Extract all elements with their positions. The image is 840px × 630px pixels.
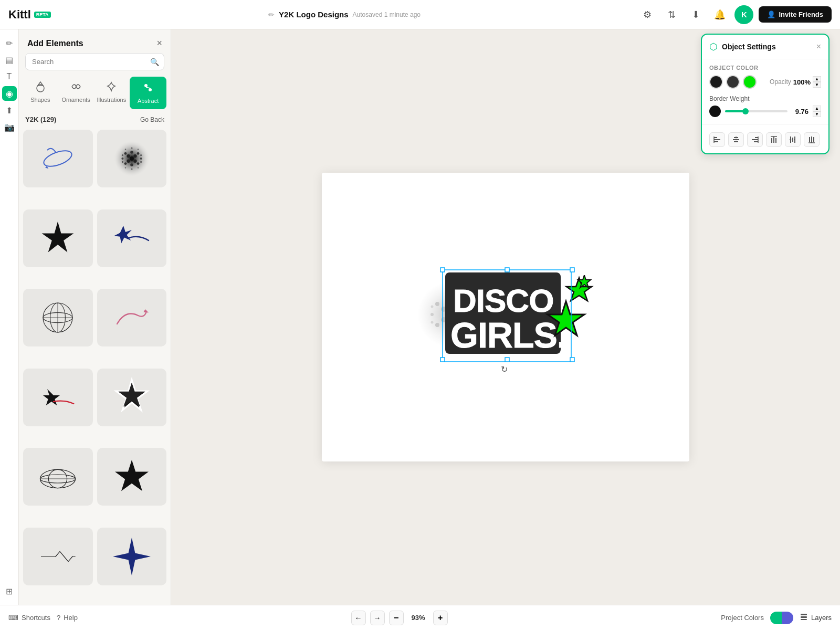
layers-button[interactable]: Layers: [800, 613, 832, 623]
sidebar-item-photos[interactable]: 📷: [2, 120, 17, 134]
svg-point-3: [149, 88, 152, 91]
svg-point-16: [124, 162, 127, 165]
svg-point-29: [138, 167, 139, 168]
color-swatch-green[interactable]: [743, 75, 757, 89]
search-input[interactable]: [25, 53, 164, 70]
svg-line-4: [146, 87, 150, 88]
border-color-swatch[interactable]: [709, 106, 721, 117]
element-halftone[interactable]: [97, 130, 167, 187]
element-line-zigzag[interactable]: [23, 528, 93, 585]
user-avatar-button[interactable]: K: [734, 5, 753, 24]
align-right-button[interactable]: [747, 132, 763, 147]
svg-marker-32: [114, 226, 132, 244]
opacity-up-button[interactable]: ▲: [813, 76, 821, 82]
project-colors-toggle[interactable]: [770, 612, 793, 624]
object-settings-icon: ⬡: [709, 41, 718, 52]
tab-abstract[interactable]: Abstract: [130, 77, 166, 109]
element-star-4point[interactable]: [97, 528, 167, 585]
opacity-value: 100%: [793, 78, 811, 86]
object-settings-header: ⬡ Object Settings ×: [702, 35, 828, 59]
element-star-3d[interactable]: [97, 369, 167, 426]
svg-point-14: [130, 151, 133, 154]
nav-prev-button[interactable]: ←: [351, 611, 366, 625]
element-star-fill[interactable]: [97, 448, 167, 506]
obj-title-row: ⬡ Object Settings: [709, 41, 776, 52]
tab-illustrations[interactable]: Illustrations: [94, 77, 129, 109]
panel-close-button[interactable]: ×: [156, 38, 162, 49]
border-weight-slider[interactable]: [725, 110, 788, 112]
sidebar-item-upload[interactable]: ⬆: [2, 103, 17, 118]
border-spinner: ▲ ▼: [813, 106, 821, 117]
element-globe-wire[interactable]: [23, 289, 93, 346]
items-header: Y2K (129) Go Back: [19, 113, 171, 128]
invite-icon: 👤: [767, 10, 775, 18]
sidebar-item-text[interactable]: T: [2, 69, 17, 84]
svg-rect-87: [714, 141, 718, 142]
svg-rect-95: [754, 141, 758, 142]
border-section: Border Weight 9.76 ▲ ▼: [702, 92, 828, 121]
svg-rect-111: [801, 619, 807, 620]
opacity-down-button[interactable]: ▼: [813, 82, 821, 88]
help-label: Help: [64, 614, 78, 622]
svg-point-27: [138, 149, 139, 150]
sidebar-item-edit[interactable]: ✏: [2, 36, 17, 50]
share-button[interactable]: ⇅: [662, 5, 681, 24]
svg-point-19: [121, 158, 123, 160]
object-color-label: OBJECT COLOR: [709, 65, 821, 71]
align-left-button[interactable]: [709, 132, 725, 147]
svg-point-12: [133, 160, 136, 163]
color-swatch-dark[interactable]: [709, 75, 723, 89]
tab-shapes[interactable]: Shapes: [23, 77, 58, 109]
tab-ornaments[interactable]: Ornaments: [59, 77, 93, 109]
object-settings-panel: ⬡ Object Settings × OBJECT COLOR Opacity…: [701, 34, 830, 154]
zoom-out-button[interactable]: −: [389, 611, 404, 625]
invite-friends-button[interactable]: 👤 Invite Friends: [759, 6, 832, 23]
object-settings-close-button[interactable]: ×: [816, 42, 821, 51]
color-swatch-mid[interactable]: [726, 75, 740, 89]
bottom-right: Project Colors Layers: [721, 612, 832, 624]
canvas[interactable]: DISCO GIRLS. DISCO GIRLS.: [322, 173, 689, 461]
nav-next-button[interactable]: →: [370, 611, 385, 625]
download-button[interactable]: ⬇: [686, 5, 705, 24]
sidebar-item-grid[interactable]: ⊞: [2, 584, 17, 598]
sidebar-item-layers[interactable]: ▤: [2, 52, 17, 67]
tab-illustrations-label: Illustrations: [97, 97, 127, 103]
border-thumb[interactable]: [742, 108, 749, 114]
opacity-spinner: ▲ ▼: [813, 76, 821, 88]
svg-point-63: [430, 313, 434, 316]
svg-marker-74: [548, 301, 584, 335]
color-row: Opacity 100% ▲ ▼: [709, 75, 821, 89]
element-star-blue-swish[interactable]: [97, 209, 167, 267]
element-orbit[interactable]: [23, 130, 93, 187]
settings-button[interactable]: ⚙: [638, 5, 657, 24]
illustrations-icon: [106, 81, 117, 95]
shortcuts-button[interactable]: ⌨ Shortcuts: [8, 614, 50, 622]
border-down-button[interactable]: ▼: [813, 111, 821, 117]
opacity-label: Opacity: [770, 78, 791, 86]
sidebar-item-elements[interactable]: ◉: [2, 86, 17, 101]
app-logo: Kittl BETA: [8, 8, 51, 22]
element-globe-oval[interactable]: [23, 448, 93, 506]
align-center-v-button[interactable]: [785, 132, 801, 147]
svg-point-11: [127, 160, 130, 163]
object-color-section: OBJECT COLOR Opacity 100% ▲ ▼: [702, 59, 828, 92]
align-bottom-button[interactable]: [804, 132, 820, 147]
svg-text:↻: ↻: [501, 365, 508, 372]
border-up-button[interactable]: ▲: [813, 106, 821, 111]
svg-rect-81: [570, 358, 574, 362]
project-colors-label: Project Colors: [721, 614, 764, 622]
align-row: [709, 128, 821, 147]
align-center-h-button[interactable]: [728, 132, 744, 147]
element-star-black[interactable]: [23, 209, 93, 267]
element-swish-pink[interactable]: [97, 289, 167, 346]
element-star-swish-red[interactable]: [23, 369, 93, 426]
items-count-label: Y2K (129): [25, 116, 56, 123]
help-button[interactable]: ? Help: [57, 614, 78, 622]
align-top-button[interactable]: [766, 132, 782, 147]
zoom-in-button[interactable]: +: [433, 611, 448, 625]
svg-point-24: [140, 161, 142, 163]
notifications-button[interactable]: 🔔: [710, 5, 729, 24]
help-icon: ?: [57, 614, 60, 622]
go-back-button[interactable]: Go Back: [140, 116, 164, 123]
bottom-left: ⌨ Shortcuts ? Help: [8, 614, 78, 622]
